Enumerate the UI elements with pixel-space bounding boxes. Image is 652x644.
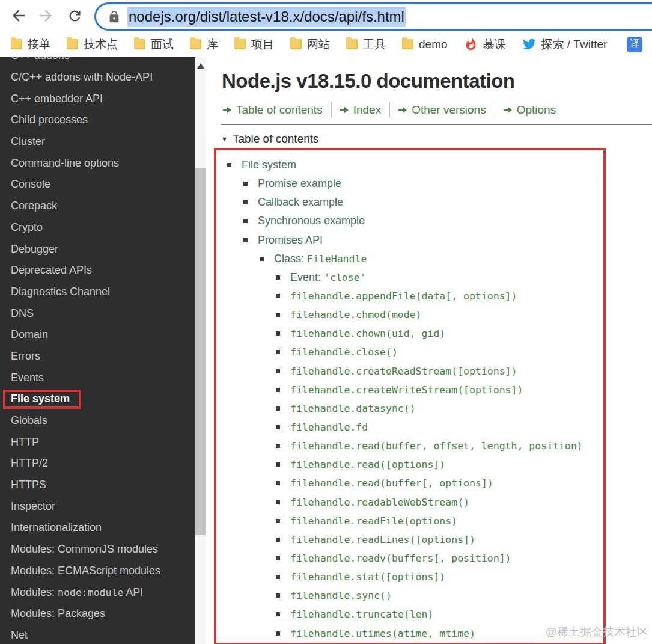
sidebar-item-domain[interactable]: Domain	[0, 324, 195, 346]
toc-item[interactable]: filehandle.stat([options])	[227, 568, 603, 586]
toc-item[interactable]: filehandle.sync()	[227, 586, 603, 605]
toc-item-code: filehandle.read(buffer[, options])	[290, 477, 493, 489]
toc-item[interactable]: filehandle.chmod(mode)	[227, 305, 603, 324]
sidebar-item-label: Console	[11, 178, 50, 191]
toc-item[interactable]: Event: 'close'	[227, 268, 603, 287]
reload-button[interactable]	[67, 8, 83, 24]
toc-item-code: filehandle.readableWebStream()	[290, 497, 469, 508]
collapse-triangle-icon: ▼	[221, 135, 228, 143]
toc-item[interactable]: Synchronous example	[227, 212, 603, 230]
bullet-icon	[276, 294, 280, 298]
toc-item[interactable]: filehandle.readFile(options)	[227, 512, 603, 530]
toc-item[interactable]: filehandle.truncate(len)	[227, 605, 603, 624]
sidebar-item-modules-node-module-api[interactable]: Modules: node:module API	[0, 581, 195, 603]
sidebar-scrollbar-thumb[interactable]	[195, 168, 206, 535]
bookmark-item[interactable]: 面试	[134, 37, 174, 52]
bookmark-item[interactable]: 工具	[346, 37, 386, 52]
sidebar-item-crypto[interactable]: Crypto	[0, 217, 195, 239]
sidebar-item-http[interactable]: HTTP	[0, 431, 195, 453]
toc-item[interactable]: filehandle.createWriteStream([options])	[227, 381, 603, 399]
toc-item-code: filehandle.sync()	[290, 590, 392, 601]
bullet-icon	[276, 631, 280, 636]
sidebar-item-deprecated-apis[interactable]: Deprecated APIs	[0, 260, 195, 281]
back-button[interactable]	[10, 7, 28, 25]
bookmark-item[interactable]: 网站	[290, 37, 330, 52]
bookmark-item[interactable]: 项目	[234, 37, 274, 52]
sidebar-item-c-c-addons-with-node-api[interactable]: C/C++ addons with Node-API	[0, 67, 195, 88]
toc-item-code: filehandle.readv(buffers[, position])	[290, 553, 511, 564]
bookmark-item[interactable]: 慕课	[464, 37, 506, 52]
sidebar-item-net[interactable]: Net	[0, 625, 195, 644]
toc-item[interactable]: filehandle.chown(uid, gid)	[227, 324, 603, 343]
bullet-icon	[276, 462, 280, 467]
toc-item[interactable]: filehandle.close()	[227, 343, 603, 361]
toc-item[interactable]: Class: FileHandle	[227, 250, 603, 268]
sidebar-item-modules-packages[interactable]: Modules: Packages	[0, 603, 195, 625]
sidebar-item-events[interactable]: Events	[0, 367, 195, 388]
toc-item[interactable]: filehandle.read(buffer[, options])	[227, 474, 603, 492]
sidebar-item-globals[interactable]: Globals	[0, 410, 195, 432]
lock-icon	[108, 10, 121, 23]
folder-icon	[346, 39, 358, 49]
nav-link-other-versions[interactable]: Other versions	[398, 103, 486, 117]
toc-heading-label: Table of contents	[233, 132, 319, 146]
toc-item[interactable]: Callback example	[227, 193, 603, 212]
sidebar-item-corepack[interactable]: Corepack	[0, 195, 195, 217]
sidebar: C++ addonsC/C++ addons with Node-APIC++ …	[0, 57, 195, 644]
bookmark-translate[interactable]: 译	[627, 37, 642, 52]
url-text[interactable]: nodejs.org/dist/latest-v18.x/docs/api/fs…	[127, 7, 406, 27]
scroll-up-arrow-icon[interactable]	[197, 63, 204, 69]
toc-item[interactable]: Promises API	[227, 231, 603, 250]
toc-item[interactable]: File system	[227, 156, 603, 174]
sidebar-item-dns[interactable]: DNS	[0, 302, 195, 324]
bookmark-item[interactable]: demo	[402, 38, 448, 51]
sidebar-item-file-system[interactable]: File system	[0, 388, 195, 410]
toc-item[interactable]: filehandle.appendFile(data[, options])	[227, 287, 603, 305]
toc-item[interactable]: filehandle.readLines([options])	[227, 530, 603, 549]
toc-item[interactable]: filehandle.read(buffer, offset, length, …	[227, 437, 603, 455]
sidebar-item-https[interactable]: HTTPS	[0, 474, 195, 496]
sidebar-item-modules-ecmascript-modules[interactable]: Modules: ECMAScript modules	[0, 560, 195, 582]
sidebar-item-modules-commonjs-modules[interactable]: Modules: CommonJS modules	[0, 539, 195, 560]
bookmark-label: 网站	[307, 37, 330, 52]
sidebar-item-diagnostics-channel[interactable]: Diagnostics Channel	[0, 281, 195, 303]
sidebar-item-label: Diagnostics Channel	[11, 286, 110, 298]
sidebar-item-debugger[interactable]: Debugger	[0, 238, 195, 260]
sidebar-item-command-line-options[interactable]: Command-line options	[0, 152, 195, 174]
toc-item[interactable]: filehandle.datasync()	[227, 399, 603, 418]
toc-item[interactable]: filehandle.readableWebStream()	[227, 493, 603, 512]
bookmark-item[interactable]: 接单	[11, 37, 50, 52]
sidebar-item-c-embedder-api[interactable]: C++ embedder API	[0, 88, 195, 109]
toc-item[interactable]: filehandle.fd	[227, 418, 603, 437]
sidebar-item-console[interactable]: Console	[0, 174, 195, 195]
toc-heading[interactable]: ▼ Table of contents	[221, 132, 319, 146]
toc-item[interactable]: filehandle.read([options])	[227, 455, 603, 474]
bookmark-item[interactable]: 技术点	[67, 37, 118, 52]
sidebar-item-label: Modules: Packages	[11, 607, 105, 620]
bookmark-item[interactable]: 探索 / Twitter	[522, 37, 608, 52]
sidebar-item-label: HTTPS	[11, 479, 46, 491]
arrow-right-icon	[344, 107, 349, 113]
sidebar-item-errors[interactable]: Errors	[0, 346, 195, 367]
address-bar[interactable]: nodejs.org/dist/latest-v18.x/docs/api/fs…	[94, 2, 652, 31]
forward-button[interactable]	[37, 7, 55, 25]
sidebar-item-cluster[interactable]: Cluster	[0, 131, 195, 153]
sidebar-item-child-processes[interactable]: Child processes	[0, 109, 195, 131]
nav-link-index[interactable]: Index	[340, 103, 381, 117]
nav-link-options[interactable]: Options	[504, 103, 556, 117]
sidebar-item-inspector[interactable]: Inspector	[0, 495, 195, 517]
sidebar-item-c-addons[interactable]: C++ addons	[0, 57, 195, 67]
toc-item[interactable]: filehandle.createReadStream([options])	[227, 362, 603, 381]
arrow-tail-icon	[398, 109, 403, 111]
bullet-icon	[243, 238, 248, 242]
toc-item[interactable]: Promise example	[227, 174, 603, 193]
reload-icon	[67, 8, 83, 24]
nav-link-table-of-contents[interactable]: Table of contents	[223, 103, 323, 117]
folder-icon	[134, 39, 145, 49]
toc-item-code: FileHandle	[307, 253, 367, 265]
sidebar-item-http-2[interactable]: HTTP/2	[0, 453, 195, 474]
toc-item[interactable]: filehandle.readv(buffers[, position])	[227, 549, 603, 568]
bookmark-item[interactable]: 库	[190, 37, 218, 52]
arrow-tail-icon	[340, 109, 344, 111]
sidebar-item-internationalization[interactable]: Internationalization	[0, 517, 195, 539]
